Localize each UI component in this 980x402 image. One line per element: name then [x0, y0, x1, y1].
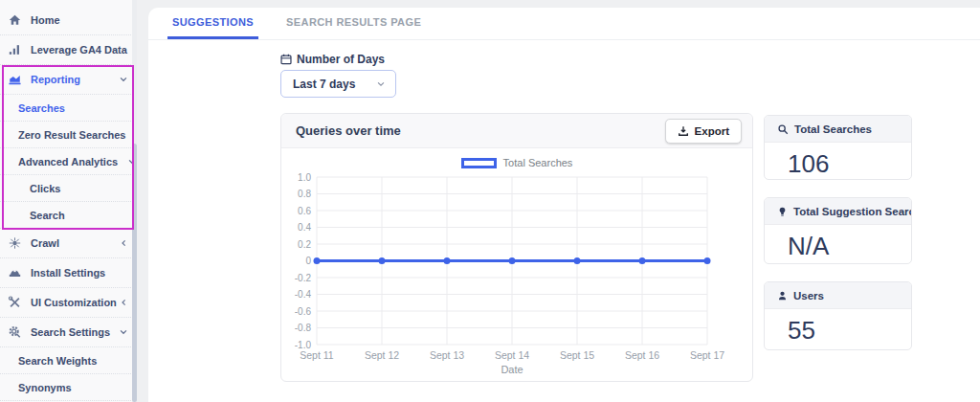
days-range-select[interactable]: Last 7 days: [280, 70, 396, 98]
sidebar-item-advanced-analytics[interactable]: Advanced Analytics: [0, 148, 137, 175]
svg-text:-0.8: -0.8: [295, 323, 312, 333]
svg-text:0.8: 0.8: [298, 189, 311, 199]
user-icon: [777, 290, 788, 302]
tools-icon: [8, 296, 23, 310]
sidebar-item-label: UI Customization: [31, 297, 117, 308]
search-icon: [777, 123, 789, 135]
sidebar-item-label: Zero Result Searches: [18, 129, 126, 141]
svg-text:Sept 13: Sept 13: [430, 349, 464, 361]
sidebar-item-crawl[interactable]: Crawl: [0, 229, 137, 258]
bar-chart-icon: [8, 43, 23, 57]
sidebar-item-label: Advanced Analytics: [18, 156, 118, 168]
sidebar-item-search-settings[interactable]: Search Settings: [0, 318, 137, 347]
number-of-days-label: Number of Days: [280, 53, 385, 66]
reporting-chart-icon: [8, 73, 23, 87]
chevron-down-icon: [119, 327, 128, 337]
sidebar-item-label: Synonyms: [18, 382, 72, 393]
calendar-icon: [280, 54, 292, 65]
users-card: Users 55: [764, 281, 912, 350]
stat-card-header: Users: [765, 282, 911, 309]
svg-text:Sept 11: Sept 11: [300, 349, 334, 361]
svg-text:-0.2: -0.2: [295, 273, 312, 283]
sidebar-item-searches[interactable]: Searches: [0, 95, 137, 122]
svg-text:0: 0: [305, 256, 311, 266]
sidebar-item-label: Clicks: [30, 183, 60, 194]
sidebar-item-leverage-ga4-data[interactable]: Leverage GA4 Data: [0, 35, 137, 65]
sidebar-item-install-settings[interactable]: Install Settings: [0, 258, 137, 288]
sidebar-item-clicks[interactable]: Clicks: [0, 175, 137, 202]
svg-text:Sept 17: Sept 17: [690, 349, 724, 361]
hard-hat-icon: [8, 266, 23, 280]
spider-icon: [8, 236, 23, 251]
sidebar-item-reporting[interactable]: Reporting: [0, 65, 137, 95]
lightbulb-icon: [777, 206, 788, 217]
sidebar-item-label: Install Settings: [31, 267, 105, 279]
svg-text:Sept 14: Sept 14: [495, 349, 529, 361]
gear-search-icon: [8, 325, 23, 340]
sidebar-scrollbar-track: [132, 0, 137, 402]
sidebar: Home Leverage GA4 Data Reporting Searche…: [0, 0, 137, 402]
sidebar-scrollbar-thumb[interactable]: [132, 144, 137, 402]
tab-bar: SUGGESTIONS SEARCH RESULTS PAGE: [148, 8, 980, 40]
total-searches-value: 106: [765, 143, 911, 179]
sidebar-item-search-weights[interactable]: Search Weights: [0, 347, 137, 374]
svg-text:0.4: 0.4: [298, 222, 311, 233]
chart-card-header: Queries over time Export: [281, 114, 752, 148]
sidebar-item-ui-customization[interactable]: UI Customization: [0, 288, 137, 318]
svg-text:-0.6: -0.6: [295, 306, 312, 317]
users-value: 55: [765, 309, 911, 346]
sidebar-item-label: Crawl: [31, 237, 59, 249]
sidebar-item-label: Leverage GA4 Data: [31, 44, 127, 56]
svg-text:Sept 16: Sept 16: [625, 349, 659, 361]
chart-legend[interactable]: Total Searches: [281, 157, 752, 168]
legend-swatch: [461, 158, 497, 168]
sidebar-item-label: Search Settings: [31, 326, 110, 338]
stat-card-header: Total Suggestion Searches: [765, 198, 911, 225]
svg-text:Date: Date: [501, 364, 523, 374]
chevron-down-icon: [376, 79, 386, 89]
export-button[interactable]: Export: [665, 119, 742, 144]
svg-text:Sept 12: Sept 12: [365, 349, 399, 361]
svg-text:-0.4: -0.4: [295, 289, 312, 300]
chart-title: Queries over time: [296, 123, 401, 138]
tab-suggestions[interactable]: SUGGESTIONS: [167, 8, 258, 39]
chevron-left-icon: [120, 238, 128, 248]
svg-text:0.2: 0.2: [298, 239, 311, 250]
svg-text:-1.0: -1.0: [295, 340, 312, 350]
sidebar-item-label: Search Weights: [18, 355, 97, 367]
chevron-down-icon: [119, 75, 128, 84]
sidebar-item-label: Home: [31, 14, 60, 26]
total-suggestion-searches-value: N/A: [765, 225, 911, 261]
sidebar-item-label: Searches: [18, 102, 65, 114]
legend-label: Total Searches: [503, 157, 573, 168]
download-icon: [678, 125, 689, 137]
queries-over-time-chart: 1.00.80.60.40.20-0.2-0.4-0.6-0.8-1.0Sept…: [281, 171, 752, 374]
svg-text:Sept 15: Sept 15: [560, 349, 594, 361]
sidebar-item-synonyms[interactable]: Synonyms: [0, 374, 137, 401]
svg-text:1.0: 1.0: [298, 172, 311, 183]
home-icon: [8, 13, 23, 28]
days-range-selected-value: Last 7 days: [293, 78, 355, 91]
tab-search-results-page[interactable]: SEARCH RESULTS PAGE: [281, 8, 426, 39]
queries-over-time-card: Queries over time Export Total Searches …: [280, 113, 753, 382]
sidebar-item-label: Reporting: [31, 74, 80, 85]
stat-card-header: Total Searches: [765, 116, 911, 143]
total-suggestion-searches-card: Total Suggestion Searches N/A: [764, 197, 912, 264]
sidebar-item-zero-result-searches[interactable]: Zero Result Searches: [0, 122, 137, 148]
chevron-left-icon: [120, 298, 128, 307]
sidebar-item-home[interactable]: Home: [0, 6, 137, 35]
total-searches-card: Total Searches 106: [764, 115, 912, 180]
sidebar-item-label: Search: [30, 210, 65, 221]
svg-text:0.6: 0.6: [298, 206, 311, 216]
sidebar-item-search[interactable]: Search: [0, 202, 137, 229]
main-panel: SUGGESTIONS SEARCH RESULTS PAGE Number o…: [148, 8, 980, 402]
